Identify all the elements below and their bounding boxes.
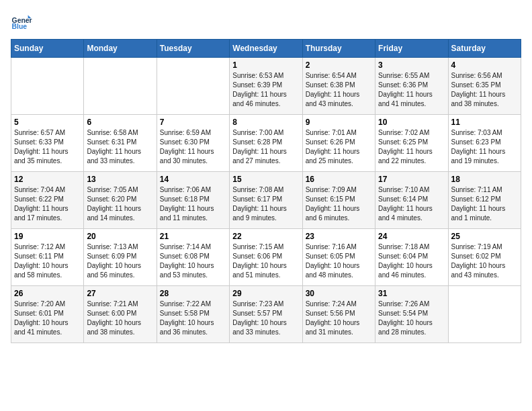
day-number: 21: [160, 232, 226, 241]
day-info: Sunrise: 7:06 AMSunset: 6:18 PMDaylight:…: [160, 185, 226, 223]
calendar-cell: 2Sunrise: 6:54 AMSunset: 6:38 PMDaylight…: [302, 58, 375, 115]
day-info: Sunrise: 7:08 AMSunset: 6:17 PMDaylight:…: [232, 185, 299, 223]
day-info: Sunrise: 6:56 AMSunset: 6:35 PMDaylight:…: [451, 71, 518, 109]
day-number: 29: [232, 289, 299, 298]
calendar-cell: [448, 286, 521, 343]
calendar-cell: 17Sunrise: 7:10 AMSunset: 6:14 PMDayligh…: [375, 172, 448, 229]
day-number: 3: [378, 60, 445, 70]
calendar-cell: 30Sunrise: 7:24 AMSunset: 5:56 PMDayligh…: [302, 286, 375, 343]
calendar-week-row: 12Sunrise: 7:04 AMSunset: 6:22 PMDayligh…: [11, 172, 521, 229]
day-header-monday: Monday: [84, 40, 157, 58]
day-number: 2: [306, 60, 372, 70]
calendar-cell: 4Sunrise: 6:56 AMSunset: 6:35 PMDaylight…: [448, 58, 521, 115]
day-number: 22: [232, 232, 299, 241]
day-number: 10: [378, 118, 445, 127]
calendar-cell: 25Sunrise: 7:19 AMSunset: 6:02 PMDayligh…: [448, 229, 521, 286]
calendar-week-row: 1Sunrise: 6:53 AMSunset: 6:39 PMDaylight…: [11, 58, 521, 115]
day-info: Sunrise: 6:53 AMSunset: 6:39 PMDaylight:…: [232, 71, 299, 109]
svg-text:Blue: Blue: [12, 23, 28, 30]
day-info: Sunrise: 7:16 AMSunset: 6:05 PMDaylight:…: [306, 242, 372, 280]
calendar-cell: 31Sunrise: 7:26 AMSunset: 5:54 PMDayligh…: [375, 286, 448, 343]
day-info: Sunrise: 6:54 AMSunset: 6:38 PMDaylight:…: [306, 71, 372, 109]
day-header-saturday: Saturday: [448, 40, 521, 58]
day-number: 30: [306, 289, 372, 298]
calendar-cell: 10Sunrise: 7:02 AMSunset: 6:25 PMDayligh…: [375, 115, 448, 172]
calendar-cell: 26Sunrise: 7:20 AMSunset: 6:01 PMDayligh…: [11, 286, 84, 343]
day-info: Sunrise: 7:01 AMSunset: 6:26 PMDaylight:…: [306, 128, 372, 166]
calendar-cell: 3Sunrise: 6:55 AMSunset: 6:36 PMDaylight…: [375, 58, 448, 115]
calendar-cell: 14Sunrise: 7:06 AMSunset: 6:18 PMDayligh…: [157, 172, 229, 229]
day-header-thursday: Thursday: [302, 40, 375, 58]
day-number: 28: [160, 289, 226, 298]
day-number: 17: [378, 175, 445, 184]
day-number: 7: [160, 118, 226, 127]
day-info: Sunrise: 7:23 AMSunset: 5:57 PMDaylight:…: [232, 300, 299, 337]
calendar-cell: 23Sunrise: 7:16 AMSunset: 6:05 PMDayligh…: [302, 229, 375, 286]
day-info: Sunrise: 7:15 AMSunset: 6:06 PMDaylight:…: [232, 242, 299, 280]
calendar-cell: 18Sunrise: 7:11 AMSunset: 6:12 PMDayligh…: [448, 172, 521, 229]
day-info: Sunrise: 7:14 AMSunset: 6:08 PMDaylight:…: [160, 242, 226, 280]
calendar-cell: 12Sunrise: 7:04 AMSunset: 6:22 PMDayligh…: [11, 172, 84, 229]
day-info: Sunrise: 7:19 AMSunset: 6:02 PMDaylight:…: [451, 242, 518, 280]
calendar-week-row: 19Sunrise: 7:12 AMSunset: 6:11 PMDayligh…: [11, 229, 521, 286]
day-info: Sunrise: 6:55 AMSunset: 6:36 PMDaylight:…: [378, 71, 445, 109]
day-info: Sunrise: 7:26 AMSunset: 5:54 PMDaylight:…: [378, 300, 445, 337]
calendar-cell: 20Sunrise: 7:13 AMSunset: 6:09 PMDayligh…: [84, 229, 157, 286]
day-header-friday: Friday: [375, 40, 448, 58]
day-number: 26: [14, 289, 81, 298]
day-info: Sunrise: 7:13 AMSunset: 6:09 PMDaylight:…: [87, 242, 153, 280]
calendar-cell: 9Sunrise: 7:01 AMSunset: 6:26 PMDaylight…: [302, 115, 375, 172]
day-number: 27: [87, 289, 153, 298]
day-header-sunday: Sunday: [11, 40, 84, 58]
day-number: 8: [232, 118, 299, 127]
day-number: 20: [87, 232, 153, 241]
day-number: 24: [378, 232, 445, 241]
calendar-cell: 1Sunrise: 6:53 AMSunset: 6:39 PMDaylight…: [230, 58, 302, 115]
calendar-cell: 24Sunrise: 7:18 AMSunset: 6:04 PMDayligh…: [375, 229, 448, 286]
calendar-cell: 28Sunrise: 7:22 AMSunset: 5:58 PMDayligh…: [157, 286, 229, 343]
day-info: Sunrise: 7:21 AMSunset: 6:00 PMDaylight:…: [87, 300, 153, 337]
calendar-cell: 29Sunrise: 7:23 AMSunset: 5:57 PMDayligh…: [230, 286, 302, 343]
day-info: Sunrise: 7:24 AMSunset: 5:56 PMDaylight:…: [306, 300, 372, 337]
day-info: Sunrise: 7:20 AMSunset: 6:01 PMDaylight:…: [14, 300, 81, 337]
logo: General Blue: [11, 11, 35, 32]
calendar-table: SundayMondayTuesdayWednesdayThursdayFrid…: [11, 39, 521, 343]
day-info: Sunrise: 6:57 AMSunset: 6:33 PMDaylight:…: [14, 128, 81, 166]
day-number: 14: [160, 175, 226, 184]
calendar-cell: 6Sunrise: 6:58 AMSunset: 6:31 PMDaylight…: [84, 115, 157, 172]
calendar-cell: 13Sunrise: 7:05 AMSunset: 6:20 PMDayligh…: [84, 172, 157, 229]
page-header: General Blue: [11, 11, 521, 32]
calendar-cell: 27Sunrise: 7:21 AMSunset: 6:00 PMDayligh…: [84, 286, 157, 343]
day-number: 6: [87, 118, 153, 127]
day-info: Sunrise: 7:05 AMSunset: 6:20 PMDaylight:…: [87, 185, 153, 223]
day-number: 9: [306, 118, 372, 127]
day-info: Sunrise: 6:58 AMSunset: 6:31 PMDaylight:…: [87, 128, 153, 166]
calendar-cell: 22Sunrise: 7:15 AMSunset: 6:06 PMDayligh…: [230, 229, 302, 286]
calendar-cell: [84, 58, 157, 115]
day-info: Sunrise: 7:18 AMSunset: 6:04 PMDaylight:…: [378, 242, 445, 280]
calendar-cell: 15Sunrise: 7:08 AMSunset: 6:17 PMDayligh…: [230, 172, 302, 229]
calendar-cell: 21Sunrise: 7:14 AMSunset: 6:08 PMDayligh…: [157, 229, 229, 286]
calendar-cell: 7Sunrise: 6:59 AMSunset: 6:30 PMDaylight…: [157, 115, 229, 172]
day-number: 16: [306, 175, 372, 184]
day-number: 15: [232, 175, 299, 184]
day-info: Sunrise: 6:59 AMSunset: 6:30 PMDaylight:…: [160, 128, 226, 166]
day-number: 18: [451, 175, 518, 184]
logo-icon: General Blue: [11, 11, 32, 32]
day-number: 23: [306, 232, 372, 241]
calendar-week-row: 26Sunrise: 7:20 AMSunset: 6:01 PMDayligh…: [11, 286, 521, 343]
day-info: Sunrise: 7:12 AMSunset: 6:11 PMDaylight:…: [14, 242, 81, 280]
day-number: 31: [378, 289, 445, 298]
day-number: 11: [451, 118, 518, 127]
calendar-cell: [157, 58, 229, 115]
day-info: Sunrise: 7:04 AMSunset: 6:22 PMDaylight:…: [14, 185, 81, 223]
calendar-cell: 11Sunrise: 7:03 AMSunset: 6:23 PMDayligh…: [448, 115, 521, 172]
day-info: Sunrise: 7:11 AMSunset: 6:12 PMDaylight:…: [451, 185, 518, 223]
calendar-cell: [11, 58, 84, 115]
day-header-tuesday: Tuesday: [157, 40, 229, 58]
day-info: Sunrise: 7:10 AMSunset: 6:14 PMDaylight:…: [378, 185, 445, 223]
day-number: 13: [87, 175, 153, 184]
calendar-cell: 5Sunrise: 6:57 AMSunset: 6:33 PMDaylight…: [11, 115, 84, 172]
day-number: 1: [232, 60, 299, 70]
days-header-row: SundayMondayTuesdayWednesdayThursdayFrid…: [11, 40, 521, 58]
